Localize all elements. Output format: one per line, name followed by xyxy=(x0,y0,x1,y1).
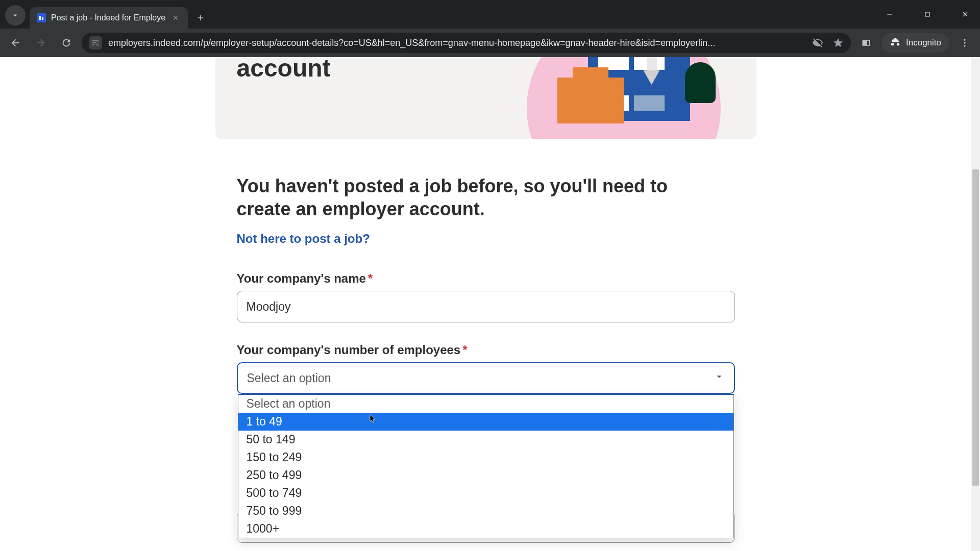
window-maximize-button[interactable] xyxy=(916,4,939,24)
svg-rect-0 xyxy=(39,16,41,20)
dropdown-option[interactable]: 1000+ xyxy=(238,520,733,538)
address-bar[interactable]: employers.indeed.com/p/employer-setup/ac… xyxy=(82,33,851,53)
scrollbar-thumb[interactable] xyxy=(972,169,979,486)
new-tab-button[interactable] xyxy=(192,9,209,27)
scrollbar[interactable] xyxy=(971,57,980,551)
side-panel-button[interactable] xyxy=(856,33,876,53)
window-minimize-button[interactable] xyxy=(878,4,901,24)
page-subheading: You haven't posted a job before, so you'… xyxy=(237,174,727,220)
dropdown-option[interactable]: Select an option xyxy=(238,395,733,413)
dropdown-option[interactable]: 500 to 749 xyxy=(238,484,733,502)
chevron-down-icon xyxy=(714,371,725,385)
company-name-input[interactable] xyxy=(237,291,735,322)
url-text: employers.indeed.com/p/employer-setup/ac… xyxy=(108,38,806,48)
field-company-name: Your company's name* xyxy=(237,271,735,322)
nav-forward-button[interactable] xyxy=(31,33,51,53)
incognito-icon xyxy=(890,37,901,48)
site-info-button[interactable] xyxy=(89,36,102,49)
browser-toolbar: employers.indeed.com/p/employer-setup/ac… xyxy=(0,29,980,57)
nav-reload-button[interactable] xyxy=(56,33,77,53)
search-tabs-button[interactable] xyxy=(5,5,26,26)
eye-off-icon[interactable] xyxy=(812,37,823,48)
dropdown-option[interactable]: 150 to 249 xyxy=(238,448,733,466)
browser-tab-active[interactable]: Post a job - Indeed for Employe xyxy=(30,7,188,29)
svg-rect-3 xyxy=(925,12,929,16)
svg-point-7 xyxy=(964,42,965,43)
nav-back-button[interactable] xyxy=(5,33,26,53)
window-controls xyxy=(878,0,977,29)
hero-banner: account xyxy=(215,57,756,139)
company-name-label: Your company's name* xyxy=(237,271,735,286)
page-viewport: account You haven't posted a job before,… xyxy=(0,57,980,551)
tab-strip: Post a job - Indeed for Employe xyxy=(0,0,980,29)
kebab-icon xyxy=(960,38,970,48)
reload-icon xyxy=(61,37,72,48)
employee-count-select[interactable]: Select an option xyxy=(237,362,735,394)
arrow-right-icon xyxy=(35,37,46,48)
close-icon xyxy=(961,10,969,18)
dropdown-option[interactable]: 750 to 999 xyxy=(238,502,733,520)
dropdown-option[interactable]: 250 to 499 xyxy=(238,466,733,484)
field-employee-count: Your company's number of employees* Sele… xyxy=(237,343,735,394)
svg-point-6 xyxy=(964,39,965,41)
hero-illustration xyxy=(496,57,741,139)
not-here-link[interactable]: Not here to post a job? xyxy=(237,232,735,246)
svg-point-8 xyxy=(964,45,965,46)
side-panel-icon xyxy=(861,38,871,48)
dropdown-option[interactable]: 50 to 149 xyxy=(238,431,733,448)
chevron-down-icon xyxy=(11,11,20,20)
incognito-indicator[interactable]: Incognito xyxy=(881,33,949,53)
window-close-button[interactable] xyxy=(953,4,977,24)
plus-icon xyxy=(196,13,205,22)
favicon-icon xyxy=(37,13,46,22)
minimize-icon xyxy=(886,10,894,18)
svg-rect-1 xyxy=(42,17,43,20)
arrow-left-icon xyxy=(10,37,21,48)
tab-close-button[interactable] xyxy=(170,13,181,23)
maximize-icon xyxy=(923,10,932,18)
select-current-value: Select an option xyxy=(247,371,331,385)
close-icon xyxy=(172,14,179,21)
tune-icon xyxy=(91,39,100,47)
tab-title: Post a job - Indeed for Employe xyxy=(51,13,165,22)
browser-menu-button[interactable] xyxy=(954,33,975,53)
dropdown-option[interactable]: 1 to 49 xyxy=(238,413,733,431)
incognito-label: Incognito xyxy=(906,38,941,48)
bookmark-star-icon[interactable] xyxy=(832,37,844,48)
employee-count-label: Your company's number of employees* xyxy=(237,343,735,357)
employee-count-dropdown[interactable]: Select an option1 to 4950 to 149150 to 2… xyxy=(238,394,734,538)
hero-title-fragment: account xyxy=(237,57,331,82)
